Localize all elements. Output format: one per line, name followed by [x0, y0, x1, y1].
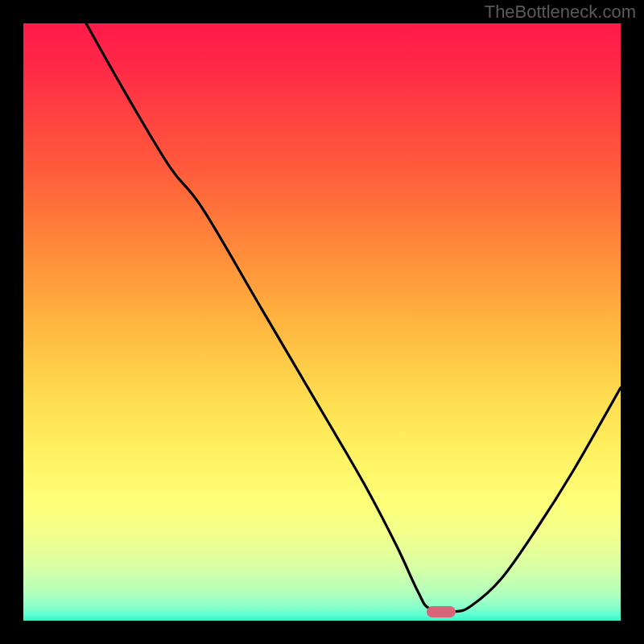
plot-area — [23, 23, 621, 621]
bottleneck-curve — [23, 23, 621, 621]
watermark-text: TheBottleneck.com — [485, 2, 636, 23]
optimum-marker — [427, 606, 456, 617]
